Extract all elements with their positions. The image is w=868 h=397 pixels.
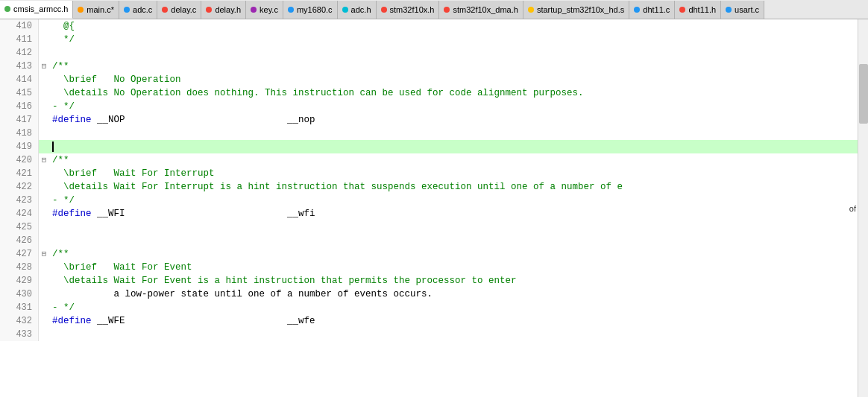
line-content: /**	[49, 60, 868, 73]
tab-dht11.c[interactable]: dht11.c	[629, 1, 675, 19]
line-content: a low-power state until one of a number …	[49, 288, 868, 301]
code-line: 418	[0, 127, 868, 140]
tab-delay.c[interactable]: delay.c	[157, 1, 201, 19]
tab-main.c[interactable]: main.c*	[73, 1, 119, 19]
code-line: 425	[0, 220, 868, 234]
tab-label-my1680.c: my1680.c	[297, 5, 333, 14]
line-content: - */	[49, 100, 868, 113]
code-line: 422 \details Wait For Interrupt is a hin…	[0, 180, 868, 194]
collapse-icon	[39, 73, 49, 86]
collapse-icon	[39, 314, 49, 328]
tab-cmsis_armcc.h[interactable]: cmsis_armcc.h	[0, 1, 73, 19]
code-line: 413⊟/**	[0, 60, 868, 73]
collapse-icon[interactable]: ⊟	[39, 60, 49, 73]
code-line: 419	[0, 140, 868, 153]
tab-dot-main.c	[78, 7, 84, 13]
line-content	[49, 328, 868, 341]
tab-label-usart.c: usart.c	[735, 5, 759, 14]
line-content	[49, 234, 868, 247]
line-number: 411	[0, 33, 39, 46]
tab-label-stm32f10x_dma.h: stm32f10x_dma.h	[453, 5, 518, 14]
line-content	[49, 46, 868, 60]
tab-usart.c[interactable]: usart.c	[721, 1, 764, 19]
code-line: 416- */	[0, 100, 868, 113]
code-line: 433	[0, 328, 868, 341]
tab-label-key.c: key.c	[260, 5, 278, 14]
tab-dot-cmsis_armcc.h	[4, 6, 10, 12]
tab-dht11.h[interactable]: dht11.h	[675, 1, 721, 19]
line-content: \details Wait For Event is a hint instru…	[49, 274, 868, 288]
code-line: 426	[0, 234, 868, 247]
line-number: 423	[0, 194, 39, 207]
tab-key.c[interactable]: key.c	[246, 1, 283, 19]
tab-label-cmsis_armcc.h: cmsis_armcc.h	[13, 4, 68, 13]
code-line: 410 @{	[0, 19, 868, 33]
code-line: 421 \brief Wait For Interrupt	[0, 167, 868, 180]
code-line: 417#define __NOP __nop	[0, 113, 868, 127]
page-indicator-text: of	[849, 204, 856, 213]
tab-label-startup_stm32f10x_hd.s: startup_stm32f10x_hd.s	[537, 5, 624, 14]
collapse-icon	[39, 140, 49, 153]
collapse-icon	[39, 100, 49, 113]
code-line: 420⊟/**	[0, 153, 868, 167]
code-area: 410 @{411 */412413⊟/**414 \brief No Oper…	[0, 19, 868, 397]
tab-dot-delay.h	[206, 7, 212, 13]
line-number: 420	[0, 153, 39, 167]
collapse-icon	[39, 167, 49, 180]
line-content	[49, 140, 868, 153]
collapse-icon	[39, 220, 49, 234]
line-number: 430	[0, 288, 39, 301]
code-line: 423- */	[0, 194, 868, 207]
tab-dot-startup_stm32f10x_hd.s	[528, 7, 534, 13]
collapse-icon	[39, 33, 49, 46]
tab-dot-dht11.h	[679, 7, 685, 13]
collapse-icon	[39, 86, 49, 100]
line-number: 428	[0, 261, 39, 274]
line-content: - */	[49, 301, 868, 314]
line-number: 419	[0, 140, 39, 153]
code-line: 428 \brief Wait For Event	[0, 261, 868, 274]
line-content: #define __WFE __wfe	[49, 314, 868, 328]
line-content: #define __WFI __wfi	[49, 207, 868, 220]
collapse-icon[interactable]: ⊟	[39, 247, 49, 261]
collapse-icon	[39, 180, 49, 194]
tab-adc.c[interactable]: adc.c	[119, 1, 157, 19]
tab-dot-adc.h	[342, 7, 348, 13]
tab-label-dht11.h: dht11.h	[688, 5, 716, 14]
line-number: 427	[0, 247, 39, 261]
line-number: 416	[0, 100, 39, 113]
tab-startup_stm32f10x_hd.s[interactable]: startup_stm32f10x_hd.s	[523, 1, 629, 19]
tab-my1680.c[interactable]: my1680.c	[283, 1, 338, 19]
collapse-icon	[39, 207, 49, 220]
line-number: 426	[0, 234, 39, 247]
line-content: /**	[49, 153, 868, 167]
tab-dot-delay.c	[162, 7, 168, 13]
collapse-icon	[39, 301, 49, 314]
tab-delay.h[interactable]: delay.h	[201, 1, 246, 19]
line-content: \brief No Operation	[49, 73, 868, 86]
collapse-icon	[39, 274, 49, 288]
code-line: 429 \details Wait For Event is a hint in…	[0, 274, 868, 288]
tab-label-dht11.c: dht11.c	[643, 5, 670, 14]
tab-label-stm32f10x.h: stm32f10x.h	[390, 5, 435, 14]
line-number: 418	[0, 127, 39, 140]
line-content	[49, 127, 868, 140]
tab-dot-stm32f10x_dma.h	[444, 7, 450, 13]
tab-dot-my1680.c	[288, 7, 294, 13]
tab-label-main.c: main.c*	[87, 5, 114, 14]
line-number: 431	[0, 301, 39, 314]
line-number: 413	[0, 60, 39, 73]
line-content: \details No Operation does nothing. This…	[49, 86, 868, 100]
scrollbar-thumb[interactable]	[859, 64, 868, 124]
tab-stm32f10x_dma.h[interactable]: stm32f10x_dma.h	[439, 1, 523, 19]
scrollbar[interactable]	[858, 19, 868, 397]
code-line: 432#define __WFE __wfe	[0, 314, 868, 328]
page-indicator: of	[849, 204, 856, 213]
code-line: 414 \brief No Operation	[0, 73, 868, 86]
line-content: \brief Wait For Event	[49, 261, 868, 274]
collapse-icon[interactable]: ⊟	[39, 153, 49, 167]
line-number: 432	[0, 314, 39, 328]
line-number: 410	[0, 19, 39, 33]
tab-adc.h[interactable]: adc.h	[338, 1, 377, 19]
tab-stm32f10x.h[interactable]: stm32f10x.h	[377, 1, 440, 19]
